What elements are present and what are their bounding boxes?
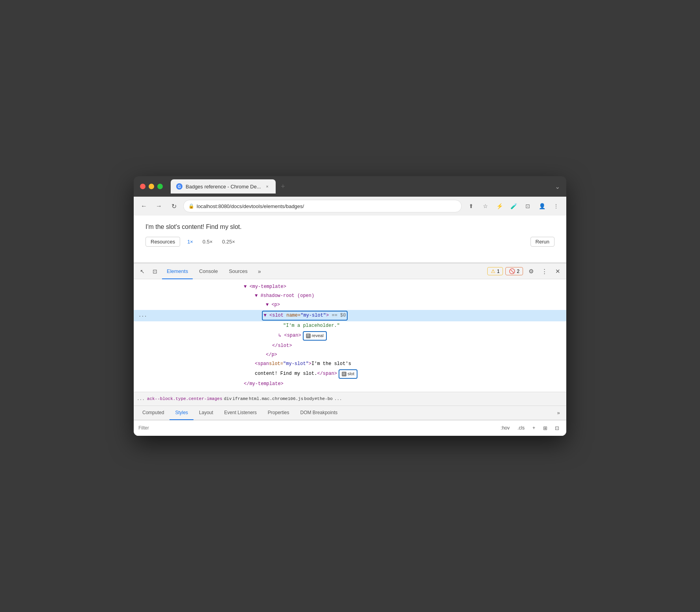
dom-line-placeholder[interactable]: "I'm a placeholder." xyxy=(134,321,566,330)
slot-content-text: I'm the slot's content! Find my slot. xyxy=(146,223,554,230)
more-tabs-button[interactable]: » xyxy=(254,266,265,277)
resources-button[interactable]: Resources xyxy=(146,237,180,247)
refresh-button[interactable]: ↻ xyxy=(168,201,179,212)
dom-line-shadow-root[interactable]: ▼ #shadow-root (open) xyxy=(134,291,566,300)
filter-actions: :hov .cls + ⊞ ⊡ xyxy=(498,423,562,433)
back-button[interactable]: ← xyxy=(138,201,149,212)
chrome-menu-icon[interactable]: ⋮ xyxy=(551,201,562,212)
span-slot-close-tag: </span> xyxy=(317,370,337,378)
share-icon[interactable]: ⬆ xyxy=(466,201,477,212)
dom-dots-left: ... xyxy=(134,311,152,320)
devtools-panel: ↖ ⊡ Elements Console Sources » ⚠ 1 🚫 2 ⚙… xyxy=(134,263,566,436)
span-slot-value: "my-slot" xyxy=(283,360,309,368)
cast-icon[interactable]: ⊡ xyxy=(522,201,533,212)
slot-element-highlight: ▼ <slot name="my-slot"> == $0 xyxy=(262,311,348,321)
dom-line-slot-selected[interactable]: ... ▼ <slot name="my-slot"> == $0 xyxy=(134,310,566,321)
bookmark-icon[interactable]: ☆ xyxy=(480,201,491,212)
lock-icon: 🔒 xyxy=(188,203,194,209)
speed-025x-button[interactable]: 0.25× xyxy=(220,237,238,246)
lab-icon[interactable]: 🧪 xyxy=(508,201,519,212)
new-tab-button[interactable]: + xyxy=(277,181,288,192)
address-url: localhost:8080/docs/devtools/elements/ba… xyxy=(197,203,304,209)
tab-console[interactable]: Console xyxy=(194,264,223,279)
window-menu-button[interactable]: ⌄ xyxy=(555,183,560,190)
panel-more-tabs-button[interactable]: » xyxy=(554,408,563,417)
tab-bar: G Badges reference - Chrome De... × + xyxy=(171,179,550,194)
filter-input[interactable] xyxy=(138,425,495,431)
breadcrumb-item-div[interactable]: div xyxy=(224,396,232,401)
slot-close-tag: </slot> xyxy=(272,342,292,350)
dom-line-slot-close[interactable]: </slot> xyxy=(134,341,566,350)
tab-sources[interactable]: Sources xyxy=(224,264,252,279)
dom-line-p-close[interactable]: </p> xyxy=(134,350,566,359)
slot-equals: == $0 xyxy=(329,313,346,318)
dom-line-my-template-close[interactable]: </my-template> xyxy=(134,380,566,389)
add-style-button[interactable]: + xyxy=(530,424,538,432)
span-slot-content: I'm the slot's xyxy=(311,360,351,368)
forward-button[interactable]: → xyxy=(153,201,164,212)
minimize-traffic-light[interactable] xyxy=(149,184,154,189)
settings-button[interactable]: ⚙ xyxy=(525,266,536,277)
profile-icon[interactable]: 👤 xyxy=(536,201,547,212)
breadcrumb-dots-right: ... xyxy=(334,396,342,401)
close-traffic-light[interactable] xyxy=(140,184,146,189)
breadcrumb-item-body[interactable]: body#the-bo xyxy=(304,396,333,401)
breadcrumb-item-iframe[interactable]: iframe xyxy=(232,396,248,401)
error-icon: 🚫 xyxy=(509,268,515,274)
toolbar-right: ⚠ 1 🚫 2 ⚙ ⋮ ✕ xyxy=(487,266,563,277)
span-slot-open-tag: <span xyxy=(255,360,269,368)
inspect-element-icon[interactable]: ↖ xyxy=(137,266,148,277)
panel-tab-styles[interactable]: Styles xyxy=(169,406,193,420)
address-actions: ⬆ ☆ ⚡ 🧪 ⊡ 👤 ⋮ xyxy=(466,201,562,212)
close-devtools-button[interactable]: ✕ xyxy=(552,266,563,277)
panel-tabs: Computed Styles Layout Event Listeners P… xyxy=(134,406,566,420)
speed-05x-button[interactable]: 0.5× xyxy=(200,237,215,246)
warning-icon: ⚠ xyxy=(491,268,496,274)
p-open-tag: ▼ <p> xyxy=(266,301,280,309)
maximize-traffic-light[interactable] xyxy=(157,184,163,189)
breadcrumb-bar: ... ack--block.type.center-images div if… xyxy=(134,392,566,406)
warning-badge[interactable]: ⚠ 1 xyxy=(487,267,503,275)
breadcrumb-dots-left: ... xyxy=(137,396,145,401)
breadcrumb-item-html[interactable]: html.mac.chrome106.js xyxy=(249,396,304,401)
tab-favicon: G xyxy=(176,183,182,190)
title-bar: G Badges reference - Chrome De... × + ⌄ xyxy=(134,176,566,197)
p-close-tag: </p> xyxy=(266,351,277,359)
dom-line-span-slot-content[interactable]: content! Find my slot.</span> ⊡ slot xyxy=(134,369,566,380)
warning-count: 1 xyxy=(497,269,500,274)
span-slot-attr: slot= xyxy=(269,360,283,368)
reveal-badge[interactable]: ⊡ reveal xyxy=(303,331,327,341)
tab-close-button[interactable]: × xyxy=(264,183,270,190)
active-tab[interactable]: G Badges reference - Chrome De... × xyxy=(171,179,276,194)
hov-button[interactable]: :hov xyxy=(498,424,512,432)
panel-tab-event-listeners[interactable]: Event Listeners xyxy=(219,406,262,420)
dom-line-span-reveal[interactable]: ↳ <span> ⊡ reveal xyxy=(134,330,566,341)
panel-tab-computed[interactable]: Computed xyxy=(137,406,169,420)
page-controls: Resources 1× 0.5× 0.25× Rerun xyxy=(146,237,554,247)
address-field[interactable]: 🔒 localhost:8080/docs/devtools/elements/… xyxy=(183,200,462,212)
shadow-root-tag: ▼ #shadow-root (open) xyxy=(255,292,314,300)
slot-badge-label: slot xyxy=(348,371,354,378)
span-slot-content-2: content! Find my slot. xyxy=(255,370,317,378)
dom-line-p-open[interactable]: ▼ <p> xyxy=(134,300,566,310)
cls-button[interactable]: .cls xyxy=(515,424,527,432)
dom-line-span-slot-open[interactable]: <span slot="my-slot">I'm the slot's xyxy=(134,359,566,369)
error-count: 2 xyxy=(517,269,519,274)
error-badge[interactable]: 🚫 2 xyxy=(505,267,523,275)
dom-line-my-template-open[interactable]: ▼ <my-template> xyxy=(134,282,566,291)
tab-elements[interactable]: Elements xyxy=(162,264,193,279)
speed-1x-button[interactable]: 1× xyxy=(185,237,195,246)
sidebar-icon-button[interactable]: ⊡ xyxy=(552,423,562,433)
layout-icon-button[interactable]: ⊞ xyxy=(540,423,550,433)
extensions-icon[interactable]: ⚡ xyxy=(494,201,505,212)
panel-tab-dom-breakpoints[interactable]: DOM Breakpoints xyxy=(295,406,343,420)
panel-tab-properties[interactable]: Properties xyxy=(262,406,295,420)
slot-badge[interactable]: ⊡ slot xyxy=(339,369,357,379)
device-toolbar-icon[interactable]: ⊡ xyxy=(149,266,160,277)
panel-tab-layout[interactable]: Layout xyxy=(193,406,219,420)
more-options-button[interactable]: ⋮ xyxy=(539,266,550,277)
rerun-button[interactable]: Rerun xyxy=(531,237,554,247)
breadcrumb-item-block[interactable]: ack--block.type.center-images xyxy=(146,396,223,401)
slot-attr-name: name= xyxy=(286,313,300,318)
tab-title: Badges reference - Chrome De... xyxy=(186,184,261,190)
